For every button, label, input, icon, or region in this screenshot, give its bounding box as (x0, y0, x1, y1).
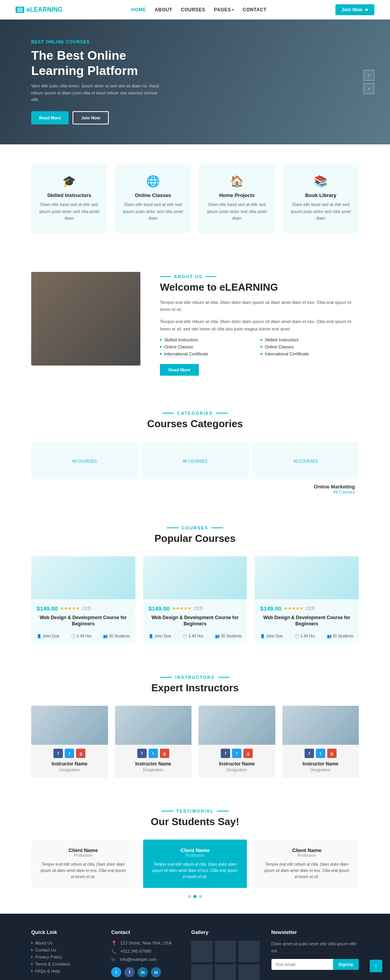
quick-link-2[interactable]: Privacy Policy (31, 955, 99, 959)
instructor-avatar-1 (115, 706, 192, 745)
email-icon: ✉ (111, 957, 117, 962)
nav-pages[interactable]: PAGES ▾ (214, 7, 234, 12)
about-title: Welcome to eLEARNING (160, 281, 359, 293)
gallery-grid (191, 941, 259, 980)
category-item-1[interactable]: 49 COURSES (142, 442, 248, 479)
nav-courses[interactable]: COURSES (181, 7, 206, 12)
nav-about[interactable]: ABOUT (155, 7, 172, 12)
instructors-section: INSTRUCTORS Expert Instructors f t g Ins… (0, 659, 390, 793)
nav-contact[interactable]: CONTACT (243, 7, 266, 12)
user-icon-1: 👤 (149, 634, 153, 638)
join-now-button[interactable]: Join Now (73, 111, 109, 124)
quick-link-title: Quick Link (31, 929, 99, 935)
quick-link-4[interactable]: FAQs & Help (31, 969, 99, 973)
svg-rect-1 (17, 9, 23, 10)
testimonial-text-0: Tempor erat elitr rebum at clita. Diam d… (39, 861, 128, 880)
nav-home[interactable]: HOME (131, 7, 146, 12)
nav-links: HOME ABOUT COURSES PAGES ▾ CONTACT (131, 7, 267, 12)
logo-text: eLEARNING (27, 6, 62, 13)
contact-address: 📍 123 Street, New York, USA (111, 941, 179, 946)
course-duration-2: 🕐 1.49 Hrs (294, 634, 315, 638)
testimonials-section: TESTIMONIAL Our Students Say! Client Nam… (0, 793, 390, 914)
twitter-icon-2[interactable]: t (232, 749, 241, 758)
newsletter-email-input[interactable] (271, 959, 333, 970)
twitter-icon-3[interactable]: t (316, 749, 325, 758)
hero-section: BEST ONLINE COURSES The Best Online Lear… (0, 20, 390, 144)
gallery-item-3 (191, 964, 212, 980)
courses-label: COURSES (31, 526, 359, 530)
dot-0[interactable] (188, 895, 191, 898)
facebook-icon-1[interactable]: f (137, 749, 147, 758)
googleplus-icon-1[interactable]: g (160, 749, 169, 758)
client-name-0: Client Name (39, 847, 128, 853)
googleplus-icon-0[interactable]: g (76, 749, 85, 758)
feature-desc-1: Diam elitr kasd sed at elitr sed ipsum j… (123, 201, 183, 222)
twitter-social-btn[interactable]: t (111, 967, 121, 977)
twitter-icon-1[interactable]: t (149, 749, 158, 758)
dot-1[interactable] (193, 895, 197, 898)
category-item-0[interactable]: 49 COURSES (31, 442, 138, 479)
facebook-icon-3[interactable]: f (305, 749, 314, 758)
phone-icon: 📞 (111, 949, 117, 954)
instructor-name-1: Instructor Name (115, 761, 192, 767)
course-meta-2: 👤 John Doe 🕐 1.49 Hrs 👥 30 Students (260, 630, 353, 638)
linkedin2-social-btn[interactable]: in (151, 967, 161, 977)
hero-description: Vero elitr justo clita lorem. Ipsum dolo… (31, 83, 164, 103)
logo-icon (16, 7, 24, 13)
googleplus-icon-2[interactable]: g (243, 749, 253, 758)
googleplus-icon-3[interactable]: g (327, 749, 337, 758)
instructor-socials-0: f t g (31, 745, 108, 761)
read-more-button[interactable]: Read More (31, 111, 69, 124)
category-count-1: 49 COURSES (149, 459, 240, 463)
facebook-icon-2[interactable]: f (221, 749, 230, 758)
linkedin-social-btn[interactable]: in (138, 967, 148, 977)
logo[interactable]: eLEARNING (16, 6, 62, 13)
feature-desc-2: Diam elitr kasd sed at elitr sed ipsum j… (207, 201, 267, 222)
newsletter-title: Newsletter (271, 929, 359, 935)
client-profession-2: Profession (262, 853, 351, 858)
join-button[interactable]: Join Now ➜ (335, 4, 374, 15)
twitter-icon-0[interactable]: t (65, 749, 74, 758)
user-icon-2: 👤 (260, 634, 265, 638)
prev-arrow[interactable]: ‹ (363, 70, 374, 81)
course-card-2: $149.00 ★★★★★ (123) Web Design & Develop… (255, 556, 359, 644)
categories-header: CATEGORIES Courses Categories (31, 411, 359, 430)
facebook-icon-0[interactable]: f (53, 749, 63, 758)
about-image (31, 272, 140, 366)
categories-title: Courses Categories (31, 418, 359, 430)
navbar: eLEARNING HOME ABOUT COURSES PAGES ▾ CON… (0, 0, 390, 20)
newsletter-signup-button[interactable]: SignUp (333, 959, 359, 970)
user-icon-0: 👤 (37, 634, 41, 638)
quick-link-0[interactable]: About Us (31, 941, 99, 945)
course-instructor-0: 👤 John Doe (37, 634, 59, 638)
course-body-0: $149.00 ★★★★★ (123) Web Design & Develop… (31, 599, 135, 644)
hero-buttons: Read More Join Now (31, 111, 164, 124)
facebook-social-btn[interactable]: f (124, 967, 135, 977)
feature-title-3: Book Library (291, 192, 351, 198)
next-arrow[interactable]: › (363, 83, 374, 94)
about-list-item-5: International Certificate (261, 352, 359, 356)
course-instructor-1: 👤 John Doe (149, 634, 171, 638)
course-stars-1: ★★★★★ (172, 606, 191, 611)
about-section: ABOUT US Welcome to eLEARNING Tempor era… (0, 252, 390, 395)
course-reviews-2: (123) (306, 606, 315, 611)
gallery-item-5 (238, 964, 259, 980)
feature-card-0: 🎓 Skilled Instructors Diam elitr kasd se… (31, 164, 107, 233)
testimonial-card-2: Client Name Profession Tempor erat elitr… (255, 840, 359, 888)
chevron-down-icon: ▾ (232, 8, 234, 12)
course-title-0: Web Design & Development Course for Begi… (37, 614, 130, 628)
course-image-1 (143, 556, 247, 599)
online-marketing-count: 49 Courses (31, 490, 355, 494)
quick-link-3[interactable]: Terms & Condition (31, 962, 99, 966)
quick-link-1[interactable]: Contact Us (31, 948, 99, 952)
category-item-2[interactable]: 49 COURSES (252, 442, 359, 479)
course-duration-1: 🕐 1.49 Hrs (183, 634, 203, 638)
scroll-top-button[interactable]: ↑ (370, 960, 382, 972)
feature-card-2: 🏠 Home Projects Diam elitr kasd sed at e… (199, 164, 275, 233)
testimonial-card-0: Client Name Profession Tempor erat elitr… (31, 840, 135, 888)
features-section: 🎓 Skilled Instructors Diam elitr kasd se… (0, 144, 390, 252)
feature-title-2: Home Projects (207, 192, 267, 198)
dot-2[interactable] (199, 895, 202, 898)
about-read-more-button[interactable]: Read More (160, 364, 199, 376)
instructor-card-0: f t g Instructor Name Designation (31, 706, 108, 778)
